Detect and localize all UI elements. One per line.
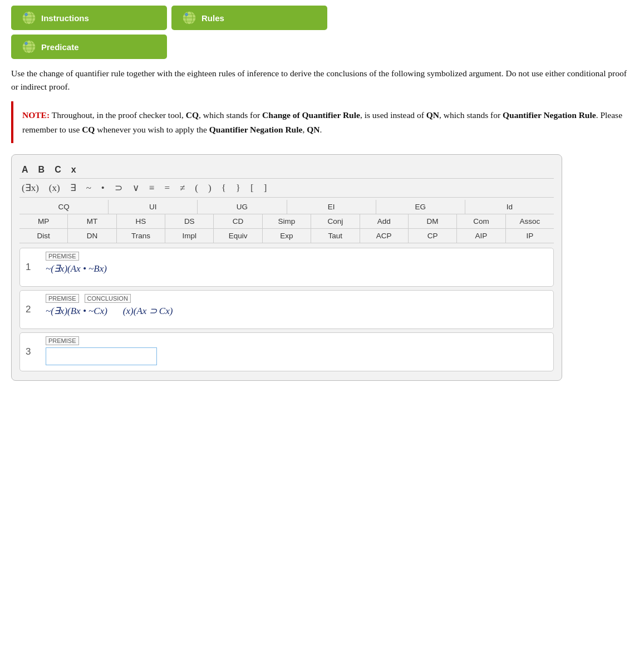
- rule-MT[interactable]: MT: [68, 214, 116, 228]
- rule-Exp[interactable]: Exp: [263, 229, 311, 243]
- instructions-label: Instructions: [41, 13, 89, 23]
- rule-IP[interactable]: IP: [506, 229, 554, 243]
- rule-DN[interactable]: DN: [68, 229, 116, 243]
- proof-line-3: 3 PREMISE: [19, 332, 554, 371]
- rule-HS[interactable]: HS: [117, 214, 165, 228]
- rule-Conj[interactable]: Conj: [311, 214, 360, 228]
- rule-row-1: CQ UI UG EI EG Id: [19, 200, 554, 214]
- symbol-horseshoe[interactable]: ⊃: [115, 182, 122, 194]
- proof-line-2-conclusion-formula: (x)(Ax ⊃ Cx): [123, 305, 173, 317]
- proof-line-1-content: PREMISE ~(∃x)(Ax • ~Bx): [46, 252, 548, 274]
- rule-DM[interactable]: DM: [409, 214, 457, 228]
- rules-rows: CQ UI UG EI EG Id MP MT HS DS CD Simp Co…: [19, 200, 554, 243]
- proof-line-1-num: 1: [26, 252, 38, 273]
- rule-Assoc[interactable]: Assoc: [506, 214, 554, 228]
- proof-area: 1 PREMISE ~(∃x)(Ax • ~Bx) 2 PREMISE CONC…: [19, 248, 554, 371]
- symbol-rparen[interactable]: ): [208, 183, 212, 194]
- predicate-button[interactable]: Predicate: [11, 35, 167, 59]
- proof-line-1-premise-label: PREMISE: [46, 252, 79, 261]
- svg-point-5: [25, 13, 28, 16]
- proof-line-3-labels: PREMISE: [46, 336, 548, 346]
- rule-UI[interactable]: UI: [109, 200, 198, 214]
- proof-line-1-formula: ~(∃x)(Ax • ~Bx): [46, 263, 548, 274]
- symbol-equals[interactable]: =: [164, 183, 170, 194]
- rule-row-3: Dist DN Trans Impl Equiv Exp Taut ACP CP…: [19, 229, 554, 243]
- letter-A[interactable]: A: [22, 165, 28, 175]
- nav-buttons-row2: Predicate: [11, 35, 633, 59]
- symbol-tilde[interactable]: ~: [86, 183, 91, 194]
- letters-row: A B C x: [19, 161, 554, 179]
- proof-line-2-conclusion-label: CONCLUSION: [85, 294, 131, 303]
- note-block: NOTE: Throughout, in the proof checker t…: [11, 101, 633, 143]
- symbol-rbrace[interactable]: }: [236, 183, 240, 194]
- proof-line-2-num: 2: [26, 294, 38, 315]
- rule-Add[interactable]: Add: [360, 214, 409, 228]
- symbol-lbrace[interactable]: {: [222, 183, 226, 194]
- proof-line-1: 1 PREMISE ~(∃x)(Ax • ~Bx): [19, 248, 554, 287]
- rules-label: Rules: [201, 13, 224, 23]
- note-label: NOTE:: [22, 110, 50, 120]
- proof-line-2-content: PREMISE CONCLUSION ~(∃x)(Bx • ~Cx) (x)(A…: [46, 294, 548, 317]
- globe-icon-rules: [181, 10, 197, 26]
- rule-UG[interactable]: UG: [198, 200, 287, 214]
- proof-line-3-content: PREMISE: [46, 336, 548, 365]
- note-text: Throughout, in the proof checker tool, C…: [22, 110, 622, 134]
- rule-Taut[interactable]: Taut: [311, 229, 360, 243]
- symbol-rbracket[interactable]: ]: [264, 183, 267, 194]
- nav-buttons: Instructions Rules: [11, 6, 633, 30]
- letter-B[interactable]: B: [38, 165, 45, 175]
- proof-line-2-labels: PREMISE CONCLUSION: [46, 294, 548, 304]
- rule-EG[interactable]: EG: [376, 200, 465, 214]
- rule-MP[interactable]: MP: [19, 214, 68, 228]
- proof-line-2: 2 PREMISE CONCLUSION ~(∃x)(Bx • ~Cx) (x)…: [19, 290, 554, 329]
- proof-line-3-input[interactable]: [46, 347, 157, 365]
- globe-icon-predicate: [21, 39, 37, 55]
- rule-Com[interactable]: Com: [457, 214, 505, 228]
- svg-point-11: [185, 13, 188, 16]
- rule-CQ[interactable]: CQ: [19, 200, 109, 214]
- proof-line-2-premise-label: PREMISE: [46, 294, 79, 303]
- rule-row-2: MP MT HS DS CD Simp Conj Add DM Com Asso…: [19, 214, 554, 229]
- symbols-row: (∃x) (x) ∃ ~ • ⊃ ∨ ≡ = ≠ ( ) { } [ ]: [19, 179, 554, 198]
- rule-DS[interactable]: DS: [165, 214, 214, 228]
- letter-C[interactable]: C: [55, 165, 61, 175]
- symbol-notequals[interactable]: ≠: [180, 183, 185, 194]
- rule-CP[interactable]: CP: [409, 229, 457, 243]
- proof-line-2-formula: ~(∃x)(Bx • ~Cx): [46, 305, 107, 317]
- symbol-existential-x[interactable]: (∃x): [22, 182, 39, 194]
- symbol-existential[interactable]: ∃: [70, 182, 76, 194]
- proof-tool: A B C x (∃x) (x) ∃ ~ • ⊃ ∨ ≡ = ≠ ( ) { }…: [11, 154, 562, 381]
- svg-point-17: [25, 42, 28, 45]
- symbol-universal-x[interactable]: (x): [49, 183, 60, 194]
- rule-Equiv[interactable]: Equiv: [214, 229, 262, 243]
- globe-icon-instructions: [21, 10, 37, 26]
- symbol-lparen[interactable]: (: [195, 183, 198, 194]
- predicate-label: Predicate: [41, 42, 79, 52]
- proof-line-1-labels: PREMISE: [46, 252, 548, 262]
- symbol-lbracket[interactable]: [: [250, 183, 254, 194]
- symbol-wedge[interactable]: ∨: [132, 182, 139, 194]
- rule-Id[interactable]: Id: [465, 200, 554, 214]
- proof-line-3-premise-label: PREMISE: [46, 336, 79, 345]
- rule-CD[interactable]: CD: [214, 214, 262, 228]
- rules-button[interactable]: Rules: [171, 6, 327, 30]
- rule-Impl[interactable]: Impl: [165, 229, 214, 243]
- letter-x[interactable]: x: [71, 165, 76, 175]
- description-text: Use the change of quantifier rule togeth…: [11, 67, 633, 94]
- proof-line-3-num: 3: [26, 336, 38, 357]
- rule-AIP[interactable]: AIP: [457, 229, 505, 243]
- rule-ACP[interactable]: ACP: [360, 229, 409, 243]
- rule-Trans[interactable]: Trans: [117, 229, 165, 243]
- rule-EI[interactable]: EI: [287, 200, 376, 214]
- rule-Simp[interactable]: Simp: [263, 214, 311, 228]
- rule-Dist[interactable]: Dist: [19, 229, 68, 243]
- instructions-button[interactable]: Instructions: [11, 6, 167, 30]
- symbol-tribar[interactable]: ≡: [149, 183, 155, 194]
- symbol-dot[interactable]: •: [101, 183, 105, 194]
